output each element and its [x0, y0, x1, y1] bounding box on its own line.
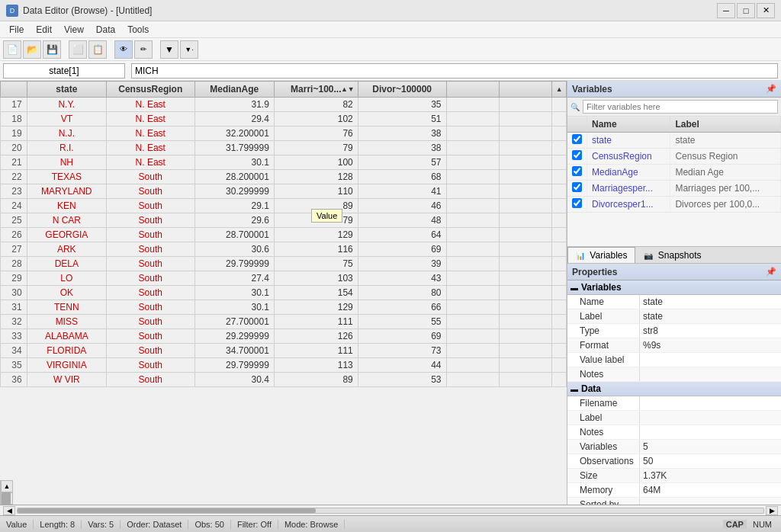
cell-divorces[interactable]: 41 — [358, 184, 446, 199]
cell-state[interactable]: LO — [27, 271, 106, 286]
cell-region[interactable]: South — [106, 300, 194, 315]
col-header-scrollbtn[interactable]: ▲ — [552, 82, 567, 98]
cell-address-field[interactable] — [3, 63, 125, 79]
cell-state[interactable]: TENN — [27, 300, 106, 315]
cell-marriages[interactable]: 113 — [274, 358, 358, 373]
cell-marriages[interactable]: 89 — [274, 373, 358, 387]
cell-medianage[interactable]: 30.1 — [194, 286, 274, 300]
cell-divorces[interactable]: 57 — [358, 155, 446, 170]
cell-divorces[interactable]: 69 — [358, 242, 446, 257]
cell-divorces[interactable]: 73 — [358, 344, 446, 358]
cell-state[interactable]: DELA — [27, 257, 106, 271]
var-name-cell[interactable]: state — [587, 133, 670, 149]
minimize-button[interactable]: ─ — [717, 3, 735, 18]
cell-marriages[interactable]: 116 — [274, 242, 358, 257]
cell-medianage[interactable]: 31.9 — [194, 98, 274, 112]
browse-button[interactable]: 👁 — [114, 40, 133, 59]
cell-marriages[interactable]: 111 — [274, 315, 358, 329]
filter-variables-input[interactable] — [583, 100, 778, 114]
copy-button[interactable]: ⬜ — [69, 40, 87, 59]
cell-region[interactable]: N. East — [106, 141, 194, 155]
vertical-scrollbar[interactable]: ▲ ▼ — [0, 480, 12, 505]
var-checkbox-cell[interactable] — [567, 181, 587, 197]
cell-marriages[interactable]: 110 — [274, 184, 358, 199]
menu-edit[interactable]: Edit — [30, 23, 58, 37]
menu-tools[interactable]: Tools — [121, 23, 155, 37]
cell-divorces[interactable]: 66 — [358, 300, 446, 315]
cell-state[interactable]: N.J. — [27, 127, 106, 141]
cell-medianage[interactable]: 34.700001 — [194, 344, 274, 358]
cell-region[interactable]: South — [106, 242, 194, 257]
var-checkbox-cell[interactable] — [567, 133, 587, 149]
save-button[interactable]: 💾 — [43, 40, 61, 59]
cell-medianage[interactable]: 29.799999 — [194, 358, 274, 373]
cell-state[interactable]: R.I. — [27, 141, 106, 155]
var-checkbox[interactable] — [572, 150, 582, 160]
cell-medianage[interactable]: 32.200001 — [194, 127, 274, 141]
cell-region[interactable]: South — [106, 329, 194, 344]
cell-marriages[interactable]: 82 — [274, 98, 358, 112]
new-button[interactable]: 📄 — [3, 40, 21, 59]
cell-region[interactable]: South — [106, 373, 194, 387]
cell-region[interactable]: South — [106, 228, 194, 242]
col-header-censusregion[interactable]: CensusRegion — [106, 82, 194, 98]
properties-pin-icon[interactable]: 📌 — [766, 267, 776, 277]
cell-marriages[interactable]: 154 — [274, 286, 358, 300]
cell-divorces[interactable]: 38 — [358, 141, 446, 155]
var-checkbox[interactable] — [572, 182, 582, 192]
horizontal-scrollbar[interactable]: ◀ ▶ — [0, 505, 781, 515]
col-header-medianage[interactable]: MedianAge — [194, 82, 274, 98]
col-header-divorces[interactable]: Divor~100000 — [358, 82, 446, 98]
restore-button[interactable]: □ — [737, 3, 755, 18]
cell-divorces[interactable]: 48 — [358, 213, 446, 228]
cell-region[interactable]: South — [106, 257, 194, 271]
close-button[interactable]: ✕ — [757, 3, 775, 18]
cell-medianage[interactable]: 30.1 — [194, 300, 274, 315]
filter-settings-button[interactable]: ▼· — [180, 40, 198, 59]
cell-state[interactable]: ARK — [27, 242, 106, 257]
col-header-state[interactable]: state — [27, 82, 106, 98]
menu-data[interactable]: Data — [90, 23, 121, 37]
cell-region[interactable]: South — [106, 199, 194, 213]
cell-medianage[interactable]: 30.4 — [194, 373, 274, 387]
cell-marriages[interactable]: 129 — [274, 228, 358, 242]
cell-value-field[interactable] — [131, 63, 778, 79]
var-name-cell[interactable]: Marriagesper... — [587, 181, 670, 197]
cell-region[interactable]: South — [106, 344, 194, 358]
cell-state[interactable]: OK — [27, 286, 106, 300]
cell-region[interactable]: South — [106, 358, 194, 373]
cell-divorces[interactable]: 69 — [358, 329, 446, 344]
cell-medianage[interactable]: 31.799999 — [194, 141, 274, 155]
pin-icon[interactable]: 📌 — [766, 84, 776, 94]
tab-variables[interactable]: 📊 Variables — [567, 247, 635, 263]
var-checkbox-cell[interactable] — [567, 165, 587, 181]
cell-marriages[interactable]: 129 — [274, 300, 358, 315]
cell-region[interactable]: South — [106, 213, 194, 228]
cell-divorces[interactable]: 64 — [358, 228, 446, 242]
filter-button[interactable]: ▼ — [160, 40, 178, 59]
cell-marriages[interactable]: 128 — [274, 170, 358, 184]
cell-state[interactable]: KEN — [27, 199, 106, 213]
scroll-thumb[interactable] — [2, 492, 11, 505]
cell-divorces[interactable]: 44 — [358, 358, 446, 373]
scroll-up-button[interactable]: ▲ — [1, 480, 13, 492]
edit-mode-button[interactable]: ✏ — [134, 40, 153, 59]
var-checkbox-cell[interactable] — [567, 149, 587, 165]
cell-medianage[interactable]: 30.299999 — [194, 184, 274, 199]
prop-section-data[interactable]: ▬ Data — [567, 382, 781, 396]
cell-marriages[interactable]: 79 — [274, 141, 358, 155]
cell-marriages[interactable]: 103 — [274, 271, 358, 286]
cell-marriages[interactable]: 79 — [274, 213, 358, 228]
cell-state[interactable]: TEXAS — [27, 170, 106, 184]
var-checkbox[interactable] — [572, 134, 582, 144]
cell-divorces[interactable]: 55 — [358, 315, 446, 329]
cell-divorces[interactable]: 43 — [358, 271, 446, 286]
var-name-cell[interactable]: CensusRegion — [587, 149, 670, 165]
cell-state[interactable]: ALABAMA — [27, 329, 106, 344]
cell-region[interactable]: N. East — [106, 127, 194, 141]
cell-medianage[interactable]: 29.4 — [194, 112, 274, 127]
scroll-right-button[interactable]: ▶ — [766, 506, 778, 515]
horizontal-scroll-track[interactable] — [17, 508, 764, 514]
cell-marriages[interactable]: 102 — [274, 112, 358, 127]
cell-medianage[interactable]: 29.1 — [194, 199, 274, 213]
